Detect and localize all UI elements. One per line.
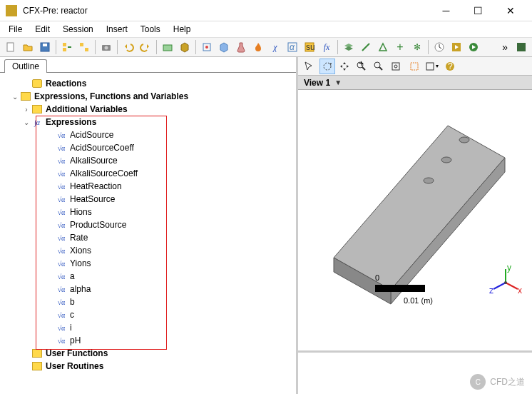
- menu-insert[interactable]: Insert: [101, 23, 133, 36]
- new-icon[interactable]: [3, 39, 19, 55]
- layers-icon[interactable]: [341, 39, 357, 55]
- tree-expression-item[interactable]: √αb: [7, 296, 296, 308]
- expression-icon: √α: [56, 323, 67, 333]
- star-icon[interactable]: ✻: [409, 39, 425, 55]
- rotate-icon[interactable]: [319, 59, 335, 74]
- expression-icon: √α: [56, 284, 67, 294]
- minimize-button[interactable]: ─: [430, 1, 462, 21]
- toolbar-overflow[interactable]: »: [498, 41, 512, 53]
- view-dropdown-icon[interactable]: ▼: [334, 79, 342, 86]
- expression-label: HeatReaction: [70, 181, 122, 191]
- expression-icon: √α: [56, 220, 67, 230]
- expression-label: ProductSource: [70, 220, 126, 230]
- color-icon[interactable]: [513, 39, 529, 55]
- tree-user-routines[interactable]: User Routines: [7, 360, 296, 373]
- alpha-icon[interactable]: α: [285, 39, 300, 55]
- expression-icon: √α: [56, 310, 67, 320]
- close-button[interactable]: ✕: [494, 1, 526, 21]
- tree-expressions[interactable]: ⌄∫αExpressions: [7, 116, 296, 128]
- slash-icon[interactable]: [358, 39, 374, 55]
- svg-line-16: [362, 44, 369, 51]
- tree-expression-item[interactable]: √αHions: [7, 206, 296, 218]
- menu-help[interactable]: Help: [168, 23, 197, 36]
- expression-label: c: [70, 310, 74, 320]
- right-panel: + ▾ ? View 1▼ 0 0.01 (: [298, 57, 532, 394]
- domain-icon[interactable]: [216, 39, 232, 55]
- play-box-icon[interactable]: [449, 39, 464, 55]
- tree-reactions[interactable]: Reactions: [7, 77, 296, 90]
- svg-point-38: [424, 178, 434, 183]
- tree-expression-item[interactable]: √αAcidSourceCoeff: [7, 141, 296, 154]
- tree-import-icon[interactable]: [59, 39, 75, 55]
- tree-expression-item[interactable]: √αRate: [7, 231, 296, 244]
- svg-line-41: [506, 283, 518, 289]
- flame-icon[interactable]: [250, 39, 266, 55]
- tree-expression-item[interactable]: √αa: [7, 270, 296, 283]
- tree-additional-variables[interactable]: ›Additional Variables: [7, 103, 296, 116]
- open-icon[interactable]: [20, 39, 36, 55]
- clock-icon[interactable]: [431, 39, 447, 55]
- viewport-3d[interactable]: 0 0.01 (m) y x z: [298, 90, 532, 353]
- mesh-icon[interactable]: [160, 39, 175, 55]
- tree-efv[interactable]: ⌄Expressions, Functions and Variables: [7, 90, 296, 103]
- tree-export-icon[interactable]: [76, 39, 92, 55]
- tab-outline[interactable]: Outline: [4, 59, 47, 73]
- tree-expression-item[interactable]: √αalpha: [7, 283, 296, 296]
- expression-label: AlkaliSource: [70, 156, 118, 166]
- expression-icon: √α: [56, 207, 67, 217]
- svg-point-28: [394, 65, 397, 68]
- menu-tools[interactable]: Tools: [135, 23, 166, 36]
- expression-label: Yions: [70, 258, 91, 268]
- menu-edit[interactable]: Edit: [29, 23, 56, 36]
- zoom-in-icon[interactable]: +: [354, 59, 369, 74]
- plus-icon[interactable]: +: [392, 39, 408, 55]
- redo-icon[interactable]: [138, 39, 153, 55]
- wireframe-icon[interactable]: ▾: [424, 59, 439, 74]
- analysis-icon[interactable]: [199, 39, 215, 55]
- tree-user-functions[interactable]: User Functions: [7, 347, 296, 360]
- tab-header: Outline: [0, 57, 296, 73]
- run-icon[interactable]: [466, 39, 481, 55]
- outline-tree[interactable]: Reactions ⌄Expressions, Functions and Va…: [0, 73, 296, 394]
- tree-expression-item[interactable]: √αpH: [7, 334, 296, 347]
- chi-icon[interactable]: χ: [267, 39, 283, 55]
- expression-label: a: [70, 271, 75, 281]
- tree-expression-item[interactable]: √αXions: [7, 244, 296, 257]
- sub-icon[interactable]: sub: [302, 39, 317, 55]
- tree-expression-item[interactable]: √αAcidSource: [7, 128, 296, 141]
- svg-rect-6: [85, 48, 88, 51]
- expression-label: Xions: [70, 246, 91, 256]
- menu-file[interactable]: File: [3, 23, 28, 36]
- pan-icon[interactable]: [337, 59, 352, 74]
- triangle-icon[interactable]: [375, 39, 391, 55]
- tree-expression-item[interactable]: √αHeatReaction: [7, 180, 296, 193]
- tree-expression-item[interactable]: √αc: [7, 308, 296, 321]
- window-title: CFX-Pre: reactor: [23, 6, 430, 16]
- menu-session[interactable]: Session: [57, 23, 99, 36]
- box-icon[interactable]: [177, 39, 193, 55]
- expression-icon: √α: [56, 258, 67, 268]
- axis-triad[interactable]: y x z: [488, 265, 523, 300]
- camera-icon[interactable]: [98, 39, 114, 55]
- zoom-box-icon[interactable]: [371, 59, 387, 74]
- tree-expression-item[interactable]: √αProductSource: [7, 218, 296, 231]
- fit-icon[interactable]: [388, 59, 404, 74]
- fx-icon[interactable]: fx: [319, 39, 334, 55]
- select-icon[interactable]: [406, 59, 422, 74]
- tree-expression-item[interactable]: √αAlkaliSource: [7, 154, 296, 167]
- flask-icon[interactable]: [233, 39, 249, 55]
- expression-label: Hions: [70, 207, 92, 217]
- tree-expression-item[interactable]: √αAlkaliSourceCoeff: [7, 167, 296, 180]
- expression-label: HeatSource: [70, 194, 115, 204]
- tree-expression-item[interactable]: √αHeatSource: [7, 193, 296, 206]
- expression-label: AcidSource: [70, 130, 113, 140]
- save-icon[interactable]: [37, 39, 53, 55]
- maximize-button[interactable]: ☐: [462, 1, 494, 21]
- tree-expression-item[interactable]: √αYions: [7, 257, 296, 270]
- help-icon[interactable]: ?: [442, 59, 458, 74]
- undo-icon[interactable]: [121, 39, 136, 55]
- pointer-icon[interactable]: [301, 59, 317, 74]
- view-header[interactable]: View 1▼: [298, 76, 532, 90]
- tree-expression-item[interactable]: √αi: [7, 321, 296, 334]
- svg-point-37: [441, 157, 451, 163]
